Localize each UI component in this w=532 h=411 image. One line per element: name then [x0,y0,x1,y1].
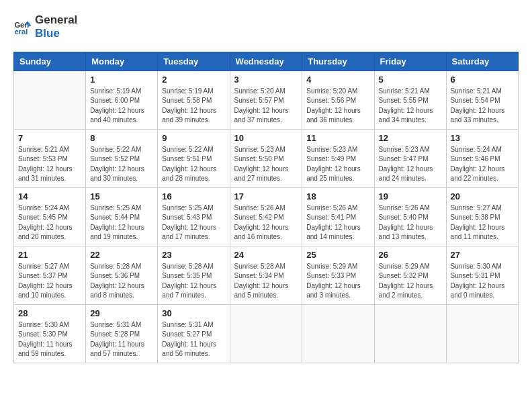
day-info: Sunrise: 5:23 AM Sunset: 5:47 PM Dayligh… [379,145,442,184]
day-number: 27 [451,250,514,260]
day-info: Sunrise: 5:30 AM Sunset: 5:31 PM Dayligh… [451,262,514,301]
day-number: 12 [379,133,442,143]
day-number: 3 [234,75,298,85]
calendar-cell: 26Sunrise: 5:29 AM Sunset: 5:32 PM Dayli… [374,246,446,304]
calendar-cell: 30Sunrise: 5:31 AM Sunset: 5:27 PM Dayli… [158,304,230,363]
day-info: Sunrise: 5:22 AM Sunset: 5:51 PM Dayligh… [162,145,225,184]
logo-text-blue: Blue [35,27,77,40]
day-number: 8 [90,133,153,143]
column-header-tuesday: Tuesday [158,52,230,71]
calendar-cell: 2Sunrise: 5:19 AM Sunset: 5:58 PM Daylig… [158,71,230,129]
day-number: 10 [234,133,298,143]
calendar-week-row: 14Sunrise: 5:24 AM Sunset: 5:45 PM Dayli… [14,187,519,246]
calendar-cell [302,304,374,363]
day-number: 30 [162,308,225,318]
calendar-cell: 21Sunrise: 5:27 AM Sunset: 5:37 PM Dayli… [14,246,86,304]
day-number: 26 [379,250,442,260]
calendar-cell: 24Sunrise: 5:28 AM Sunset: 5:34 PM Dayli… [230,246,302,304]
day-info: Sunrise: 5:25 AM Sunset: 5:43 PM Dayligh… [162,203,225,242]
day-info: Sunrise: 5:27 AM Sunset: 5:37 PM Dayligh… [18,262,81,301]
day-number: 2 [162,75,225,85]
calendar-cell: 19Sunrise: 5:26 AM Sunset: 5:40 PM Dayli… [374,187,446,246]
calendar-cell: 8Sunrise: 5:22 AM Sunset: 5:52 PM Daylig… [86,129,158,187]
day-info: Sunrise: 5:19 AM Sunset: 5:58 PM Dayligh… [162,87,225,126]
day-info: Sunrise: 5:31 AM Sunset: 5:28 PM Dayligh… [90,320,153,359]
day-number: 18 [306,191,369,201]
day-number: 20 [451,191,514,201]
day-number: 28 [18,308,81,318]
day-number: 24 [234,250,298,260]
day-info: Sunrise: 5:28 AM Sunset: 5:36 PM Dayligh… [90,262,153,301]
day-number: 13 [451,133,514,143]
column-header-wednesday: Wednesday [230,52,302,71]
day-info: Sunrise: 5:31 AM Sunset: 5:27 PM Dayligh… [162,320,225,359]
day-number: 23 [162,250,225,260]
day-info: Sunrise: 5:24 AM Sunset: 5:45 PM Dayligh… [18,203,81,242]
calendar-cell: 1Sunrise: 5:19 AM Sunset: 6:00 PM Daylig… [86,71,158,129]
day-info: Sunrise: 5:21 AM Sunset: 5:53 PM Dayligh… [18,145,81,184]
logo-text-general: General [35,13,77,27]
calendar-cell: 4Sunrise: 5:20 AM Sunset: 5:56 PM Daylig… [302,71,374,129]
day-info: Sunrise: 5:29 AM Sunset: 5:32 PM Dayligh… [379,262,442,301]
day-info: Sunrise: 5:24 AM Sunset: 5:46 PM Dayligh… [451,145,514,184]
calendar-cell: 29Sunrise: 5:31 AM Sunset: 5:28 PM Dayli… [86,304,158,363]
calendar-cell: 14Sunrise: 5:24 AM Sunset: 5:45 PM Dayli… [14,187,86,246]
day-info: Sunrise: 5:23 AM Sunset: 5:49 PM Dayligh… [306,145,369,184]
calendar-cell: 22Sunrise: 5:28 AM Sunset: 5:36 PM Dayli… [86,246,158,304]
day-number: 6 [451,75,514,85]
day-info: Sunrise: 5:21 AM Sunset: 5:54 PM Dayligh… [451,87,514,126]
column-header-friday: Friday [374,52,446,71]
calendar-cell: 27Sunrise: 5:30 AM Sunset: 5:31 PM Dayli… [446,246,518,304]
calendar-cell: 15Sunrise: 5:25 AM Sunset: 5:44 PM Dayli… [86,187,158,246]
logo-icon: Gen eral [13,17,32,36]
calendar-cell: 7Sunrise: 5:21 AM Sunset: 5:53 PM Daylig… [14,129,86,187]
calendar-cell: 9Sunrise: 5:22 AM Sunset: 5:51 PM Daylig… [158,129,230,187]
svg-text:eral: eral [14,28,28,36]
calendar-cell: 23Sunrise: 5:28 AM Sunset: 5:35 PM Dayli… [158,246,230,304]
calendar-cell [14,71,86,129]
day-info: Sunrise: 5:25 AM Sunset: 5:44 PM Dayligh… [90,203,153,242]
day-info: Sunrise: 5:28 AM Sunset: 5:35 PM Dayligh… [162,262,225,301]
day-number: 22 [90,250,153,260]
calendar-cell: 6Sunrise: 5:21 AM Sunset: 5:54 PM Daylig… [446,71,518,129]
calendar-cell: 13Sunrise: 5:24 AM Sunset: 5:46 PM Dayli… [446,129,518,187]
calendar-cell [446,304,518,363]
logo: Gen eral General Blue [13,13,77,41]
day-number: 9 [162,133,225,143]
calendar-cell: 16Sunrise: 5:25 AM Sunset: 5:43 PM Dayli… [158,187,230,246]
day-info: Sunrise: 5:28 AM Sunset: 5:34 PM Dayligh… [234,262,298,301]
day-info: Sunrise: 5:26 AM Sunset: 5:40 PM Dayligh… [379,203,442,242]
calendar-table: SundayMondayTuesdayWednesdayThursdayFrid… [13,52,519,363]
calendar-cell: 5Sunrise: 5:21 AM Sunset: 5:55 PM Daylig… [374,71,446,129]
day-info: Sunrise: 5:26 AM Sunset: 5:42 PM Dayligh… [234,203,298,242]
calendar-cell: 10Sunrise: 5:23 AM Sunset: 5:50 PM Dayli… [230,129,302,187]
calendar-week-row: 7Sunrise: 5:21 AM Sunset: 5:53 PM Daylig… [14,129,519,187]
day-info: Sunrise: 5:29 AM Sunset: 5:33 PM Dayligh… [306,262,369,301]
calendar-cell [374,304,446,363]
day-number: 15 [90,191,153,201]
calendar-cell [230,304,302,363]
day-number: 11 [306,133,369,143]
day-info: Sunrise: 5:27 AM Sunset: 5:38 PM Dayligh… [451,203,514,242]
day-number: 19 [379,191,442,201]
day-number: 7 [18,133,81,143]
day-number: 14 [18,191,81,201]
calendar-cell: 25Sunrise: 5:29 AM Sunset: 5:33 PM Dayli… [302,246,374,304]
day-info: Sunrise: 5:20 AM Sunset: 5:57 PM Dayligh… [234,87,298,126]
column-header-monday: Monday [86,52,158,71]
day-number: 5 [379,75,442,85]
column-header-sunday: Sunday [14,52,86,71]
day-info: Sunrise: 5:19 AM Sunset: 6:00 PM Dayligh… [90,87,153,126]
day-info: Sunrise: 5:26 AM Sunset: 5:41 PM Dayligh… [306,203,369,242]
day-number: 16 [162,191,225,201]
calendar-cell: 12Sunrise: 5:23 AM Sunset: 5:47 PM Dayli… [374,129,446,187]
calendar-cell: 20Sunrise: 5:27 AM Sunset: 5:38 PM Dayli… [446,187,518,246]
day-number: 4 [306,75,369,85]
day-info: Sunrise: 5:30 AM Sunset: 5:30 PM Dayligh… [18,320,81,359]
day-number: 1 [90,75,153,85]
calendar-week-row: 21Sunrise: 5:27 AM Sunset: 5:37 PM Dayli… [14,246,519,304]
day-number: 25 [306,250,369,260]
column-header-thursday: Thursday [302,52,374,71]
calendar-header-row: SundayMondayTuesdayWednesdayThursdayFrid… [14,52,519,71]
calendar-week-row: 28Sunrise: 5:30 AM Sunset: 5:30 PM Dayli… [14,304,519,363]
